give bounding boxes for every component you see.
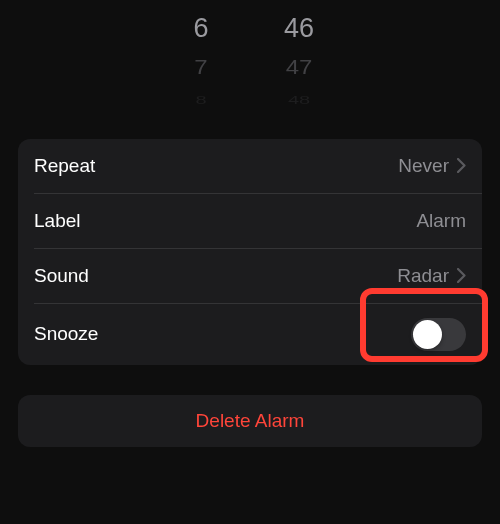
alarm-settings-card: Repeat Never Label Alarm Sound Radar Sno… xyxy=(18,139,482,365)
delete-alarm-button[interactable]: Delete Alarm xyxy=(18,395,482,447)
hour-option: 7 xyxy=(194,51,207,82)
time-picker[interactable]: 6 7 8 46 47 48 xyxy=(0,0,500,139)
repeat-row[interactable]: Repeat Never xyxy=(18,139,482,193)
delete-card: Delete Alarm xyxy=(18,395,482,447)
minute-option: 46 xyxy=(284,8,314,49)
hour-option: 6 xyxy=(193,8,208,49)
sound-label: Sound xyxy=(34,265,89,287)
snooze-row: Snooze xyxy=(18,304,482,365)
repeat-value-wrap: Never xyxy=(398,155,466,177)
snooze-label: Snooze xyxy=(34,323,98,345)
minute-option: 48 xyxy=(288,92,310,107)
label-label: Label xyxy=(34,210,81,232)
hour-option: 8 xyxy=(195,92,206,107)
chevron-right-icon xyxy=(457,268,466,283)
sound-value-wrap: Radar xyxy=(397,265,466,287)
sound-row[interactable]: Sound Radar xyxy=(18,249,482,303)
chevron-right-icon xyxy=(457,158,466,173)
hour-column[interactable]: 6 7 8 xyxy=(171,8,231,115)
minute-column[interactable]: 46 47 48 xyxy=(269,8,329,115)
delete-alarm-label: Delete Alarm xyxy=(196,410,305,432)
repeat-label: Repeat xyxy=(34,155,95,177)
label-value: Alarm xyxy=(416,210,466,232)
sound-value: Radar xyxy=(397,265,449,287)
label-value-wrap: Alarm xyxy=(416,210,466,232)
repeat-value: Never xyxy=(398,155,449,177)
toggle-knob-icon xyxy=(413,320,442,349)
snooze-toggle[interactable] xyxy=(411,318,466,351)
minute-option: 47 xyxy=(286,51,313,82)
label-row[interactable]: Label Alarm xyxy=(18,194,482,248)
